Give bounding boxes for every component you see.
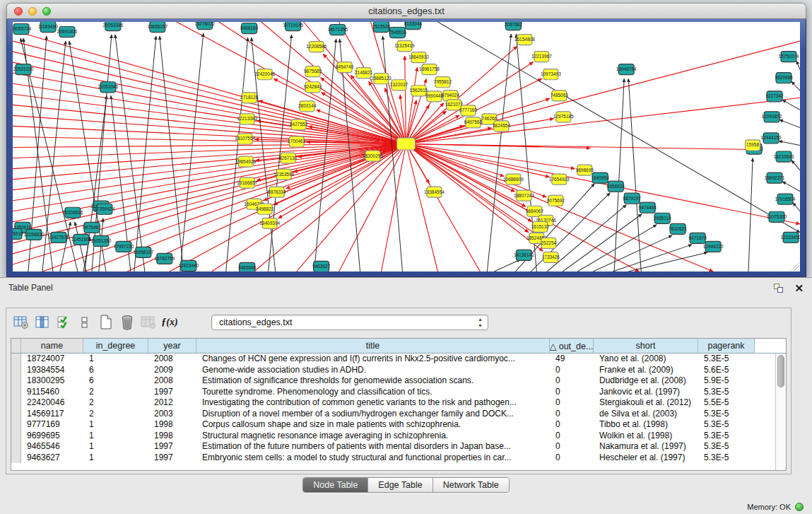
- network-window-titlebar[interactable]: citations_edges.txt: [6, 3, 806, 19]
- graph-node[interactable]: 8133044: [404, 22, 423, 30]
- close-window-button[interactable]: [14, 7, 23, 16]
- cell-title[interactable]: Estimation of the future numbers of pati…: [196, 441, 550, 452]
- graph-node[interactable]: 8454749: [336, 62, 354, 73]
- red-edge[interactable]: [406, 67, 418, 144]
- table-row[interactable]: 2242004622012Investigating the contribut…: [11, 397, 786, 409]
- black-edge[interactable]: [748, 158, 753, 271]
- float-panel-icon[interactable]: [774, 284, 783, 293]
- black-edge[interactable]: [614, 78, 624, 271]
- cell-name[interactable]: 18724007: [21, 354, 83, 365]
- cell-pagerank[interactable]: 5.3E-5: [698, 452, 755, 464]
- cell-out_de[interactable]: 49: [550, 354, 594, 365]
- graph-node[interactable]: 22420046: [254, 69, 275, 80]
- close-panel-icon[interactable]: ✕: [794, 284, 804, 293]
- network-canvas[interactable]: 2405572411169490206914062905334610655257…: [13, 22, 800, 271]
- cell-title[interactable]: Tourette syndrome. Phenomenology and cla…: [196, 387, 550, 398]
- graph-node[interactable]: 20691406: [57, 27, 77, 37]
- graph-node[interactable]: 11169490: [38, 22, 58, 33]
- graph-node[interactable]: 15051350: [90, 235, 111, 246]
- graph-node[interactable]: 15885123: [371, 74, 392, 84]
- black-edge[interactable]: [494, 259, 520, 271]
- cell-year[interactable]: 2012: [148, 397, 196, 409]
- graph-node[interactable]: 20531030: [13, 64, 34, 75]
- cell-in_degree[interactable]: 1: [83, 419, 148, 431]
- graph-node[interactable]: 9242843: [304, 82, 322, 93]
- cell-out_de[interactable]: 0: [550, 365, 594, 376]
- column-header-out_de[interactable]: △ out_de...: [550, 339, 594, 353]
- cell-out_de[interactable]: 0: [550, 431, 594, 442]
- cell-short[interactable]: Stergiakouli et al. (2012): [594, 397, 698, 409]
- graph-node[interactable]: 17016504: [775, 194, 796, 204]
- column-header-pagerank[interactable]: pagerank: [698, 339, 755, 353]
- table-vertical-scrollbar[interactable]: [775, 354, 786, 470]
- graph-node[interactable]: 18807243: [514, 190, 534, 201]
- graph-node[interactable]: 29053346: [102, 22, 123, 31]
- black-edge[interactable]: [782, 100, 800, 110]
- red-edge[interactable]: [13, 62, 406, 144]
- black-edge[interactable]: [779, 141, 800, 145]
- graph-node[interactable]: 19384554: [424, 187, 445, 197]
- graph-node[interactable]: 12213383: [237, 114, 257, 124]
- cell-name[interactable]: 14569117: [21, 409, 83, 420]
- table-row[interactable]: 946362711997Embryonic stem cells: a mode…: [11, 452, 786, 464]
- rows-icon[interactable]: [76, 314, 94, 331]
- tab-node-table[interactable]: Node Table: [303, 478, 368, 492]
- graph-node[interactable]: 12093872: [762, 112, 782, 122]
- graph-node[interactable]: 9898695: [576, 165, 594, 175]
- table-options-icon[interactable]: [12, 314, 30, 331]
- cell-pagerank[interactable]: 5.3E-5: [698, 419, 755, 431]
- cell-year[interactable]: 2009: [148, 365, 196, 376]
- graph-node[interactable]: 18409394: [259, 218, 280, 228]
- graph-node[interactable]: 9975487: [83, 222, 101, 233]
- black-edge[interactable]: [796, 61, 800, 69]
- graph-node[interactable]: 8267130: [279, 153, 298, 163]
- cell-name[interactable]: 9699695: [21, 431, 83, 442]
- cell-out_de[interactable]: 0: [550, 441, 594, 452]
- cell-short[interactable]: Franke et al. (2009): [594, 365, 698, 376]
- graph-node[interactable]: 12156830: [24, 229, 45, 240]
- cell-pagerank[interactable]: 5.3E-5: [698, 387, 755, 398]
- cell-year[interactable]: 1997: [148, 387, 196, 398]
- cell-out_de[interactable]: 0: [550, 397, 594, 409]
- red-edge[interactable]: [13, 144, 406, 200]
- tab-edge-table[interactable]: Edge Table: [368, 478, 433, 492]
- graph-node[interactable]: 17359924: [94, 204, 114, 214]
- cell-title[interactable]: Investigating the contribution of common…: [196, 397, 550, 409]
- graph-node[interactable]: 2718126: [240, 93, 259, 103]
- graph-node[interactable]: 24055724: [13, 24, 32, 35]
- cell-pagerank[interactable]: 5.9E-5: [698, 375, 755, 387]
- graph-node[interactable]: 9227342: [765, 91, 784, 102]
- zoom-window-button[interactable]: [42, 7, 51, 16]
- graph-node[interactable]: 18300295: [363, 151, 383, 161]
- cell-pagerank[interactable]: 5.6E-5: [698, 365, 755, 376]
- graph-node[interactable]: 7955812: [434, 77, 452, 88]
- graph-node[interactable]: 15751074: [779, 52, 799, 62]
- import-table-icon[interactable]: [139, 314, 158, 331]
- black-edge[interactable]: [160, 36, 184, 271]
- graph-node[interactable]: 8466160: [240, 23, 259, 34]
- cell-in_degree[interactable]: 2: [83, 397, 148, 409]
- cell-short[interactable]: Tibbo et al. (1998): [594, 419, 698, 431]
- graph-node[interactable]: 6497568: [464, 117, 483, 128]
- select-columns-icon[interactable]: [54, 314, 73, 331]
- cell-in_degree[interactable]: 1: [83, 441, 148, 452]
- graph-node[interactable]: 12103450: [781, 232, 800, 243]
- graph-node[interactable]: 11075300: [767, 211, 787, 222]
- cell-year[interactable]: 1998: [148, 419, 196, 431]
- cell-title[interactable]: Corpus callosum shape and size in male p…: [196, 419, 550, 431]
- show-columns-icon[interactable]: [33, 314, 52, 331]
- graph-node[interactable]: 8878334: [268, 187, 286, 197]
- cell-title[interactable]: Estimation of significance thresholds fo…: [196, 375, 550, 387]
- scrollbar-thumb[interactable]: [777, 355, 784, 387]
- table-row[interactable]: 1830029562008Estimation of significance …: [11, 375, 786, 387]
- cell-year[interactable]: 2008: [148, 354, 196, 365]
- graph-node[interactable]: 8471670: [688, 233, 707, 243]
- graph-node[interactable]: 16210643: [774, 151, 794, 162]
- cell-short[interactable]: Hescheler et al. (1997): [594, 452, 698, 464]
- graph-node[interactable]: 252254: [541, 238, 556, 248]
- cell-in_degree[interactable]: 1: [83, 431, 148, 442]
- cell-in_degree[interactable]: 6: [83, 375, 148, 387]
- graph-node[interactable]: 9474444: [639, 202, 657, 213]
- graph-node[interactable]: 14136141: [514, 250, 534, 260]
- minimize-window-button[interactable]: [28, 7, 37, 16]
